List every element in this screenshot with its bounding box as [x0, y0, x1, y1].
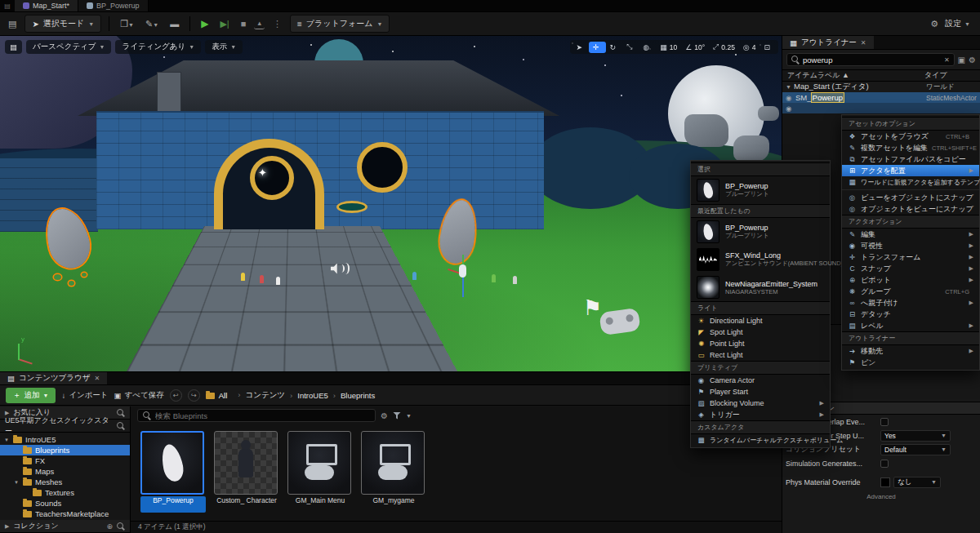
dropdown-select[interactable]: なし▼	[893, 477, 941, 488]
back-icon[interactable]: ↩	[170, 389, 182, 402]
context-menu-item[interactable]: C スナップ ▶	[842, 263, 979, 274]
context-menu-item[interactable]: ⚑ ピン	[842, 357, 979, 368]
view-mode-dropdown[interactable]: ライティングあり ▼	[115, 40, 201, 54]
outliner-new-folder-icon[interactable]: ▣	[958, 56, 965, 64]
context-menu-item[interactable]: ✎ 編集 ▶	[842, 229, 979, 240]
tab-bp-powerup[interactable]: BP_Powerup	[78, 0, 149, 11]
column-item-label[interactable]: アイテムラベル ▲	[787, 70, 849, 81]
add-button[interactable]: ＋ 追加 ▼	[6, 388, 56, 403]
close-icon[interactable]: ✕	[861, 39, 866, 47]
expand-caret-icon[interactable]: ▾	[3, 437, 10, 443]
close-icon[interactable]: ✕	[95, 375, 100, 382]
tree-folder-row[interactable]: FX	[0, 455, 130, 466]
asset-search-input[interactable]	[155, 411, 370, 420]
blueprint-menu-button[interactable]: ✎▼	[142, 17, 162, 31]
checkbox[interactable]	[880, 460, 889, 468]
column-type[interactable]: タイプ	[924, 70, 975, 81]
dropdown-select[interactable]: Default▼	[880, 444, 951, 455]
tree-folder-row[interactable]: ▾ IntroUE5	[0, 434, 130, 445]
chevron-down-icon[interactable]: ▼	[406, 413, 412, 419]
place-actor-item[interactable]: ⚑ Player Start	[691, 386, 830, 398]
context-menu-item[interactable]: ◎ オブジェクトをビューにスナップ	[842, 203, 979, 215]
eject-button[interactable]: ▴	[254, 18, 265, 29]
checkbox[interactable]	[880, 418, 889, 426]
place-actor-item[interactable]: ◤ Spot Light	[691, 326, 830, 338]
viewport-tool-button[interactable]: ↻	[606, 42, 623, 53]
context-menu-item[interactable]: ⊟ デタッチ	[842, 309, 979, 320]
outliner-row-child[interactable]: ◉	[782, 103, 980, 113]
context-menu-item[interactable]: ∞ へ親子付け ▶	[842, 297, 979, 309]
viewport-tool-button[interactable]: ⊡	[760, 42, 777, 53]
context-menu-item[interactable]: ⊞ アクタを配置 ▶	[842, 165, 979, 176]
frame-skip-button[interactable]: ▶|	[216, 17, 232, 31]
select-mode-dropdown[interactable]: ➤ 選択モード ▼	[24, 15, 101, 33]
viewport-tool-button[interactable]: ◎ 4	[739, 42, 760, 53]
viewport-tool-button[interactable]: ⤢ 0.25	[709, 41, 739, 53]
dropdown-select[interactable]: Yes▼	[880, 430, 951, 442]
outliner-row-world[interactable]: ▼ Map_Start (エディタ) ワールド	[782, 82, 980, 92]
place-actor-item[interactable]: ◉ Camera Actor	[691, 375, 830, 386]
tree-folder-row[interactable]: Blueprints	[0, 445, 130, 455]
asset-tile[interactable]: GM_Main Menu	[287, 431, 353, 513]
quick-access-bar[interactable]: UE5早期アクセスクイックスター	[0, 420, 130, 433]
context-menu-item[interactable]: ◉ 可視性 ▶	[842, 240, 979, 251]
asset-tile[interactable]: Custom_ Character	[214, 431, 279, 513]
cinematics-button[interactable]: ▬	[167, 17, 182, 30]
advanced-expander-bottom[interactable]: Advanced	[782, 493, 980, 500]
search-icon[interactable]	[117, 409, 125, 417]
play-options-kebab[interactable]: ⋮	[270, 17, 285, 31]
outliner-search-input[interactable]	[803, 56, 941, 64]
app-menu-icon[interactable]: ▤	[0, 0, 15, 11]
view-settings-icon[interactable]: ⚙	[381, 411, 388, 420]
search-icon[interactable]	[117, 522, 125, 531]
place-actor-item[interactable]: ▧ Blocking Volume ▶	[691, 398, 830, 409]
viewport-tool-button[interactable]: ➤	[572, 42, 589, 53]
place-asset-item[interactable]: BP_Powerup ブループリント	[691, 176, 830, 204]
place-asset-item[interactable]: BP_Powerup ブループリント	[691, 218, 830, 246]
search-icon[interactable]	[117, 422, 125, 430]
viewport-tool-button[interactable]: ✛	[589, 42, 606, 53]
context-menu-item[interactable]: ❋ グループ CTRL+G	[842, 286, 979, 297]
place-actor-item[interactable]: ☀ Directional Light	[691, 315, 830, 326]
place-asset-item[interactable]: SFX_Wind_Long アンビエントサウンド(AMBIENT SOUND)	[691, 246, 830, 273]
tree-folder-row[interactable]: Textures	[0, 487, 130, 498]
save-all-button[interactable]: ▣ すべて保存	[114, 390, 164, 401]
breadcrumb-item[interactable]: コンテンツ	[233, 390, 285, 401]
context-menu-item[interactable]: ✛ トランスフォーム ▶	[842, 251, 979, 263]
outliner-search-box[interactable]: ✕	[786, 53, 955, 66]
clear-search-icon[interactable]: ✕	[944, 56, 950, 64]
place-actor-item[interactable]: ◈ トリガー ▶	[691, 409, 830, 420]
breadcrumb-item[interactable]: Blueprints	[328, 391, 375, 400]
expand-caret-icon[interactable]: ▾	[13, 479, 20, 486]
viewport-tool-button[interactable]: ∠ 10°	[681, 42, 709, 53]
import-button[interactable]: ↓ インポート	[61, 390, 108, 401]
visibility-eye-icon[interactable]: ◉	[786, 94, 795, 102]
context-menu-item[interactable]: ⧉ アセットファイルパスをコピー	[842, 153, 979, 165]
context-menu-item[interactable]: ▤ レベル ▶	[842, 320, 979, 331]
place-actor-item[interactable]: ▭ Rect Light	[691, 349, 830, 361]
place-asset-item[interactable]: NewNiagaraEmitter_System NIAGARASYSTEM	[691, 273, 830, 301]
tree-folder-row[interactable]: Maps	[0, 466, 130, 477]
context-menu-item[interactable]: ⊕ ピボット ▶	[842, 274, 979, 286]
tree-folder-row[interactable]: TeachersMarketplace	[0, 509, 130, 519]
context-menu-item[interactable]: ◎ ビューをオブジェクトにスナップ	[842, 192, 979, 203]
perspective-dropdown[interactable]: パースペクティブ ▼	[26, 40, 112, 54]
context-menu-item[interactable]: ✎ 複数アセットを編集 CTRL+SHIFT+E	[842, 142, 979, 153]
breadcrumb-item[interactable]: IntroUE5	[285, 391, 328, 400]
filter-funnel-icon[interactable]	[393, 412, 401, 420]
outliner-row-sm-powerup[interactable]: ◉ SM_Powerup StaticMeshActor	[782, 92, 980, 103]
quick-add-button[interactable]: ❒▼	[117, 17, 137, 31]
collections-bar[interactable]: ▶ コレクション ⊕	[0, 520, 130, 533]
viewport-tool-button[interactable]: ⤡	[622, 41, 639, 53]
place-actor-item[interactable]: ✺ Point Light	[691, 338, 830, 349]
tab-outliner[interactable]: ▦ アウトライナー ✕	[782, 36, 874, 49]
stop-button[interactable]: ■	[238, 17, 250, 30]
tree-folder-row[interactable]: ▾ Meshes	[0, 477, 130, 487]
expand-caret-icon[interactable]: ▼	[786, 84, 794, 90]
tab-map-start[interactable]: Map_Start*	[15, 0, 78, 11]
settings-button[interactable]: 設定	[945, 18, 961, 29]
context-menu-item[interactable]: ▦ ワールドに新規アクタを追加するテンプレート	[842, 176, 979, 188]
show-dropdown[interactable]: 表示 ▼	[205, 40, 243, 54]
asset-search-box[interactable]	[137, 409, 376, 422]
level-viewport[interactable]: ✦ ⚑ y ▤ パースペクティブ ▼ ライティング	[0, 36, 782, 371]
